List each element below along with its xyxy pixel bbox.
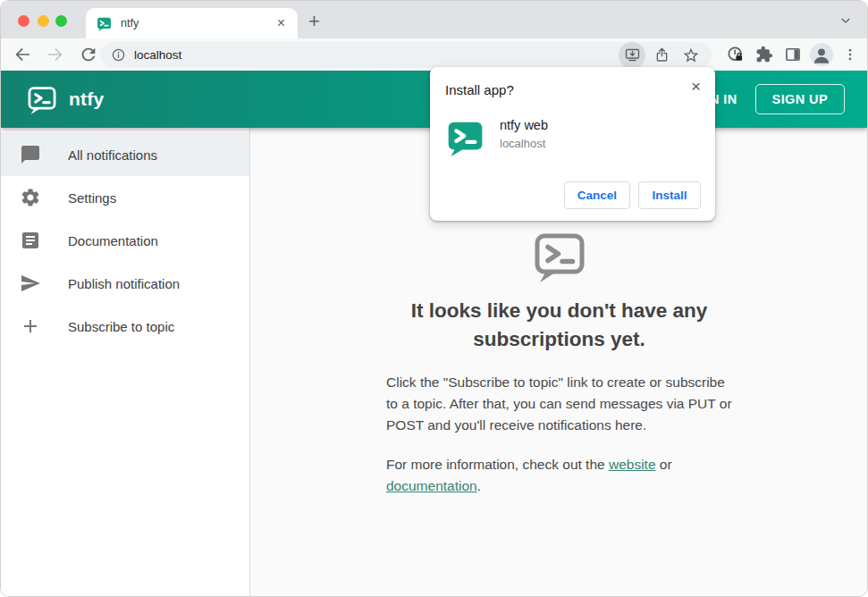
sidebar-item-label: Documentation bbox=[68, 233, 158, 248]
brand-title: ntfy bbox=[69, 88, 104, 110]
sidebar: All notifications Settings Documentation… bbox=[1, 128, 250, 596]
sidebar-item-label: Subscribe to topic bbox=[68, 319, 174, 334]
paragraph-text: Click the "Subscribe to topic" link to c… bbox=[386, 374, 732, 433]
sign-up-button[interactable]: SIGN UP bbox=[755, 84, 845, 114]
sidebar-item-label: Settings bbox=[68, 190, 116, 206]
send-icon bbox=[20, 273, 41, 294]
sidebar-item-settings[interactable]: Settings bbox=[1, 176, 249, 219]
browser-menu-icon[interactable] bbox=[842, 46, 858, 63]
reload-icon[interactable] bbox=[79, 45, 98, 64]
empty-state-more-info: For more information, check out the webs… bbox=[386, 454, 732, 497]
ntfy-app-icon bbox=[446, 118, 485, 156]
share-button[interactable] bbox=[648, 42, 675, 69]
cancel-button[interactable]: Cancel bbox=[564, 181, 630, 209]
tab-search-chevron-icon[interactable] bbox=[839, 13, 853, 28]
tab-close-icon[interactable]: × bbox=[275, 14, 287, 32]
install-button[interactable]: Install bbox=[638, 181, 701, 209]
mac-minimize-button[interactable] bbox=[38, 15, 49, 27]
install-icon bbox=[624, 46, 641, 63]
sidebar-item-publish-notification[interactable]: Publish notification bbox=[1, 262, 249, 305]
install-app-button[interactable] bbox=[619, 42, 645, 69]
dialog-title: Install app? bbox=[445, 82, 514, 97]
sidebar-item-all-notifications[interactable]: All notifications bbox=[1, 133, 249, 176]
browser-toolbar: localhost bbox=[1, 38, 867, 71]
empty-state-heading: It looks like you don't have any subscri… bbox=[372, 297, 747, 354]
sidebar-item-label: Publish notification bbox=[68, 276, 180, 291]
paragraph-text: or bbox=[656, 457, 672, 472]
ntfy-terminal-bubble-icon bbox=[527, 227, 593, 284]
extensions-puzzle-icon[interactable] bbox=[755, 46, 773, 63]
plus-icon bbox=[20, 315, 41, 337]
person-icon bbox=[810, 43, 833, 66]
tab-title: ntfy bbox=[121, 17, 275, 29]
install-app-dialog: Install app? × ntfy web localhost Cancel… bbox=[430, 67, 715, 221]
mac-zoom-button[interactable] bbox=[55, 15, 67, 27]
tab-strip: ntfy × + bbox=[1, 1, 867, 38]
site-info-icon[interactable] bbox=[111, 47, 126, 63]
address-bar[interactable]: localhost bbox=[100, 42, 712, 68]
chat-bubble-icon bbox=[20, 144, 41, 165]
browser-window: ntfy × + localhost bbox=[0, 0, 868, 597]
website-link[interactable]: website bbox=[609, 457, 656, 472]
sidebar-item-documentation[interactable]: Documentation bbox=[1, 219, 249, 262]
ntfy-favicon-icon bbox=[97, 16, 112, 31]
paragraph-text: For more information, check out the bbox=[386, 457, 609, 472]
gear-icon bbox=[20, 187, 41, 208]
star-icon bbox=[682, 46, 700, 64]
article-icon bbox=[20, 230, 41, 251]
bookmark-button[interactable] bbox=[678, 42, 704, 69]
password-extension-icon[interactable] bbox=[727, 46, 745, 63]
documentation-link[interactable]: documentation bbox=[386, 478, 477, 493]
dialog-app-origin: localhost bbox=[500, 137, 545, 150]
profile-avatar[interactable] bbox=[810, 43, 833, 66]
ntfy-logo-icon bbox=[26, 83, 58, 115]
empty-state-paragraph: Click the "Subscribe to topic" link to c… bbox=[386, 372, 732, 436]
dialog-close-icon[interactable]: × bbox=[687, 73, 704, 100]
paragraph-text: . bbox=[477, 478, 481, 493]
url-text[interactable]: localhost bbox=[134, 48, 616, 62]
tab-ntfy[interactable]: ntfy × bbox=[86, 8, 298, 38]
sidebar-item-label: All notifications bbox=[68, 147, 157, 163]
new-tab-button[interactable]: + bbox=[308, 12, 320, 31]
back-icon[interactable] bbox=[13, 45, 32, 64]
forward-icon bbox=[46, 45, 65, 64]
sidebar-item-subscribe-to-topic[interactable]: Subscribe to topic bbox=[1, 305, 249, 348]
dialog-app-name: ntfy web bbox=[500, 118, 548, 132]
mac-close-button[interactable] bbox=[18, 15, 29, 27]
side-panel-icon[interactable] bbox=[784, 46, 802, 63]
share-icon bbox=[653, 46, 670, 63]
